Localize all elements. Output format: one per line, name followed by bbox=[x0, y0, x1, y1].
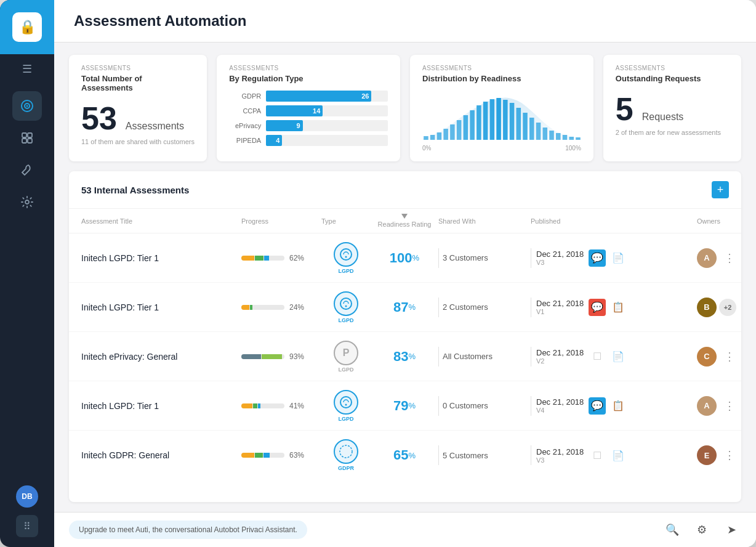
row3-readiness: 83 % bbox=[371, 349, 438, 365]
svg-rect-25 bbox=[536, 123, 541, 140]
total-sub: 11 of them are shared with customers bbox=[81, 138, 195, 145]
chat-icon: 💬 bbox=[589, 299, 606, 316]
table-row: Initech ePrivacy: General 93% P LGPD 83 … bbox=[69, 332, 741, 381]
file-icon: ☐ bbox=[589, 447, 606, 464]
row2-type: LGPD bbox=[321, 291, 371, 323]
sidebar-item-tools[interactable] bbox=[12, 155, 42, 185]
owner-avatar: B bbox=[697, 298, 717, 317]
svg-rect-14 bbox=[464, 115, 468, 140]
add-assessment-button[interactable]: + bbox=[712, 181, 729, 198]
svg-rect-12 bbox=[450, 124, 455, 140]
chat-icon: 💬 bbox=[589, 249, 606, 267]
owner-more: +2 bbox=[719, 299, 736, 316]
svg-rect-4 bbox=[28, 133, 32, 137]
table-title: 53 Internal Assessments bbox=[81, 185, 189, 195]
regulation-chart: GDPR 26 CCPA 14 ePrivacy 9 PIPEDA 4 bbox=[229, 91, 388, 146]
apps-menu[interactable]: ⠿ bbox=[16, 515, 38, 537]
row3-shared: All Customers bbox=[438, 347, 531, 367]
row5-type: GDPR bbox=[321, 439, 371, 471]
owner-avatar: E bbox=[697, 445, 717, 465]
row2-shared: 2 Customers bbox=[438, 298, 531, 317]
svg-rect-9 bbox=[430, 135, 435, 140]
row-actions-menu[interactable]: ⋮ bbox=[719, 251, 740, 265]
row5-shared: 5 Customers bbox=[438, 445, 531, 465]
bar-gdpr: GDPR 26 bbox=[229, 91, 388, 102]
row3-published: Dec 21, 2018 V2 ☐ 📄 bbox=[531, 347, 635, 367]
dist-axis-right: 100% bbox=[565, 145, 581, 152]
svg-rect-30 bbox=[569, 137, 574, 140]
svg-rect-15 bbox=[470, 110, 475, 140]
stats-row: Assessments Total Number of Assessments … bbox=[54, 43, 756, 161]
row5-title: Initech GDPR: General bbox=[81, 450, 241, 460]
bottom-bar: Upgrade to meet Auti, the conversational… bbox=[54, 512, 756, 547]
col-owners: Owners bbox=[697, 214, 741, 228]
row-actions-menu[interactable]: ⋮ bbox=[719, 399, 740, 413]
distribution-card: Assessments Distribution by Readiness bbox=[410, 55, 593, 161]
svg-point-34 bbox=[340, 298, 352, 309]
page-header: Assessment Automation bbox=[54, 0, 756, 43]
distribution-chart bbox=[422, 91, 581, 140]
row3-type: P LGPD bbox=[321, 341, 371, 373]
logo-icon: 🔒 bbox=[19, 19, 36, 35]
col-published: Published bbox=[531, 214, 635, 228]
owner-avatar: C bbox=[697, 347, 717, 367]
svg-rect-16 bbox=[477, 105, 481, 140]
total-unit: Assessments bbox=[126, 121, 184, 132]
sidebar-nav bbox=[12, 84, 42, 485]
table-row: Initech LGPD: Tier 1 24% LGPD 87 % bbox=[69, 283, 741, 332]
file-icon2: 📄 bbox=[609, 348, 627, 365]
file-icon: 📄 bbox=[609, 249, 627, 267]
row4-published: Dec 21, 2018 V4 💬 📋 bbox=[531, 396, 635, 416]
svg-point-7 bbox=[25, 200, 29, 204]
outstanding-number: 5 bbox=[616, 93, 633, 125]
filter-icon[interactable]: ⚙ bbox=[692, 520, 712, 540]
file-icon: ☐ bbox=[589, 348, 606, 365]
col-title: Assessment Title bbox=[81, 214, 241, 228]
table-row: Initech LGPD: Tier 1 41% LGPD bbox=[69, 381, 741, 431]
sidebar-item-network[interactable] bbox=[12, 91, 42, 121]
col-readiness: Readiness Rating bbox=[371, 214, 438, 228]
sidebar-item-dashboard[interactable] bbox=[12, 123, 42, 153]
menu-toggle[interactable]: ☰ bbox=[0, 54, 54, 84]
logo[interactable]: 🔒 bbox=[0, 0, 54, 54]
row5-owners: E ⋮ bbox=[697, 445, 741, 465]
row2-owners: B +2 ⋮ bbox=[697, 298, 741, 317]
distribution-category: Assessments bbox=[422, 65, 581, 71]
svg-rect-13 bbox=[457, 120, 462, 140]
row-actions-menu[interactable]: ⋮ bbox=[719, 448, 740, 462]
svg-rect-29 bbox=[563, 135, 568, 140]
outstanding-card: Assessments Outstanding Requests 5 Reque… bbox=[603, 55, 741, 161]
bar-eprivacy: ePrivacy 9 bbox=[229, 120, 388, 131]
row-actions-menu[interactable]: ⋮ bbox=[719, 350, 740, 363]
user-avatar[interactable]: DB bbox=[16, 485, 38, 508]
row2-progress: 24% bbox=[241, 303, 321, 312]
row3-title: Initech ePrivacy: General bbox=[81, 352, 241, 362]
row1-published: Dec 21, 2018 V3 💬 📄 bbox=[531, 248, 635, 268]
svg-rect-24 bbox=[529, 118, 534, 140]
svg-rect-6 bbox=[28, 139, 32, 143]
regulation-subtitle: By Regulation Type bbox=[229, 74, 388, 83]
row1-readiness: 100% bbox=[371, 250, 438, 266]
share-icon[interactable]: ➤ bbox=[722, 520, 741, 540]
svg-rect-27 bbox=[549, 131, 554, 140]
outstanding-category: Assessments bbox=[616, 65, 729, 71]
file-icon2: 📄 bbox=[609, 447, 627, 464]
row4-type: LGPD bbox=[321, 390, 371, 422]
svg-point-36 bbox=[340, 397, 352, 408]
bottom-icons: 🔍 ⚙ ➤ bbox=[662, 520, 741, 540]
regulation-card: Assessments By Regulation Type GDPR 26 C… bbox=[217, 55, 400, 161]
file-blue-icon: 📋 bbox=[609, 397, 627, 415]
outstanding-unit: Requests bbox=[642, 111, 684, 123]
regulation-category: Assessments bbox=[229, 65, 388, 71]
owner-avatar: A bbox=[697, 248, 717, 268]
table-row: Initech LGPD: Tier 1 62% LGPD bbox=[69, 233, 741, 283]
sidebar-item-settings[interactable] bbox=[12, 187, 42, 217]
svg-rect-23 bbox=[523, 113, 528, 140]
row-actions-menu[interactable]: ⋮ bbox=[739, 301, 741, 314]
svg-rect-18 bbox=[490, 99, 495, 140]
svg-rect-5 bbox=[22, 139, 26, 143]
main-content: Assessment Automation Assessments Total … bbox=[54, 0, 756, 547]
assessments-table: 53 Internal Assessments + Assessment Tit… bbox=[69, 171, 741, 502]
search-icon[interactable]: 🔍 bbox=[662, 520, 682, 540]
row3-owners: C ⋮ bbox=[697, 347, 741, 367]
